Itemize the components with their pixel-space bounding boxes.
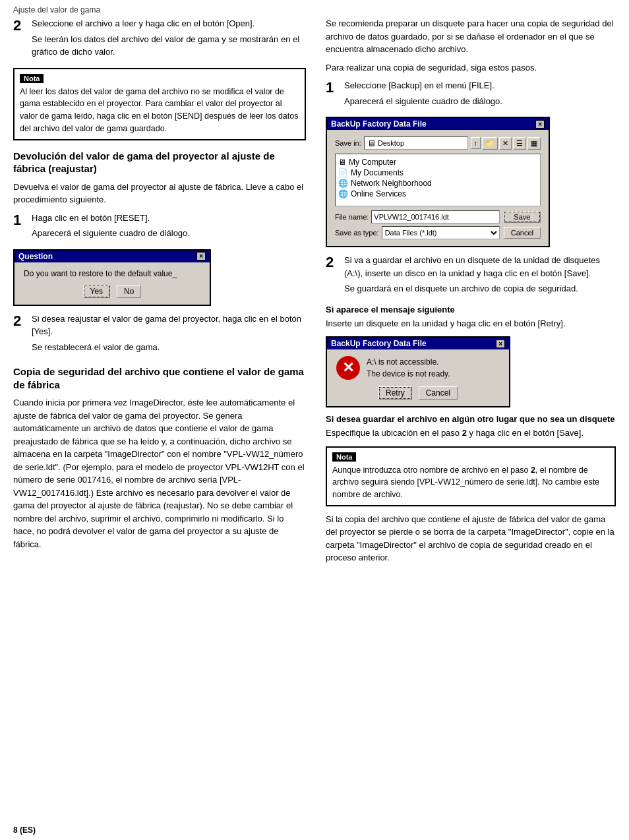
nota-box-1: Nota Al leer los datos del valor de gama… xyxy=(13,68,306,140)
step-reset-content-1: Haga clic en el botón [RESET]. Aparecerá… xyxy=(32,212,306,243)
backup-dialog-body: Save in: 🖥 Desktop ↑ 📁 ✕ ☰ ▦ xyxy=(327,130,549,246)
backup-dialog-title: BackUp Factory Data File xyxy=(331,119,427,129)
step-open-file: 2 Seleccione el archivo a leer y haga cl… xyxy=(13,17,306,61)
list-item-documents: 📄 My Documents xyxy=(338,167,537,178)
nota1-text: Al leer los datos del valor de gama del … xyxy=(20,86,299,135)
step-open-content: Seleccione el archivo a leer y haga clic… xyxy=(32,17,306,61)
error-line2: The device is not ready. xyxy=(367,368,450,380)
step-right-1: 1 Seleccione [Backup] en el menú [FILE].… xyxy=(326,79,616,110)
page-footer: 8 (ES) xyxy=(0,820,629,840)
step-reset-2: 2 Si desea reajustar el valor de gama de… xyxy=(13,313,306,357)
filename-label: File name: xyxy=(335,213,369,221)
step-right-number-1: 1 xyxy=(326,79,339,110)
error-dialog-close[interactable]: × xyxy=(496,340,505,348)
step-reset-number-2: 2 xyxy=(13,313,26,357)
error-intro: Inserte un disquete en la unidad y haga … xyxy=(326,317,616,330)
backup-dialog-close[interactable]: × xyxy=(535,120,545,129)
filetype-label: Save as type: xyxy=(335,229,379,237)
documents-icon: 📄 xyxy=(338,168,348,177)
step2-line1: Seleccione el archivo a leer y haga clic… xyxy=(32,17,306,30)
tb-new-btn[interactable]: 📁 xyxy=(482,137,498,150)
error-icon: ✕ xyxy=(336,356,360,380)
question-titlebar: Question × xyxy=(15,251,210,262)
network-icon: 🌐 xyxy=(338,179,348,188)
step-right-2: 2 Si va a guardar el archivo en un disqu… xyxy=(326,254,616,298)
error-buttons: Retry Cancel xyxy=(327,386,509,406)
step-right-content-1: Seleccione [Backup] en el menú [FILE]. A… xyxy=(344,79,616,110)
page: Ajuste del valor de gama 2 Seleccione el… xyxy=(0,0,629,840)
list-item-computer: 🖥 My Computer xyxy=(338,157,537,167)
error-dialog-title: BackUp Factory Data File xyxy=(331,339,427,348)
final-text: Si la copia del archivo que contiene el … xyxy=(326,513,616,564)
nota2-text: Aunque introduzca otro nombre de archivo… xyxy=(332,464,609,501)
main-content: 2 Seleccione el archivo a leer y haga cl… xyxy=(0,17,629,820)
step-reset-1-line2: Aparecerá el siguiente cuadro de diálogo… xyxy=(32,227,306,240)
error-dialog-titlebar: BackUp Factory Data File × xyxy=(327,338,509,349)
step-reset-2-line2: Se restablecerá el valor de gama. xyxy=(32,341,306,354)
savein-label: Save in: xyxy=(335,139,361,147)
step-reset-1: 1 Haga clic en el botón [RESET]. Aparece… xyxy=(13,212,306,243)
right-intro-2: Para realizar una copia de seguridad, si… xyxy=(326,61,616,75)
yes-button[interactable]: Yes xyxy=(83,285,111,298)
step-number-2: 2 xyxy=(13,17,26,61)
filename-row: File name: xyxy=(335,210,500,224)
cancel-button-backup[interactable]: Cancel xyxy=(504,227,541,239)
section-backup-intro: Cuando inicia por primera vez ImageDirec… xyxy=(13,396,306,551)
error-body: ✕ A:\ is not accessible. The device is n… xyxy=(327,349,509,386)
filetype-row: Save as type: Data Files (*.ldt) xyxy=(335,226,500,239)
page-number: 8 (ES) xyxy=(13,825,36,835)
error-dialog: BackUp Factory Data File × ✕ A:\ is not … xyxy=(326,336,510,407)
backup-dialog-titlebar: BackUp Factory Data File × xyxy=(327,118,549,130)
tb-detail-btn[interactable]: ▦ xyxy=(527,137,541,150)
subheading-error: Si aparece el mensaje siguiente xyxy=(326,305,616,315)
question-body: Do you want to restore to the default va… xyxy=(15,262,210,305)
error-message: A:\ is not accessible. The device is not… xyxy=(367,356,450,380)
savein-row: Save in: 🖥 Desktop ↑ 📁 ✕ ☰ ▦ xyxy=(335,136,541,150)
retry-button[interactable]: Retry xyxy=(378,386,412,400)
tb-up-btn[interactable]: ↑ xyxy=(471,137,481,149)
step-reset-1-line1: Haga clic en el botón [RESET]. xyxy=(32,212,306,225)
step-right-2-text: Si va a guardar el archivo en un disquet… xyxy=(344,254,616,280)
step2-line2: Se leerán los datos del archivo del valo… xyxy=(32,33,306,59)
online-icon: 🌐 xyxy=(338,189,348,198)
filetype-select[interactable]: Data Files (*.ldt) xyxy=(382,226,500,239)
other-text: Especifique la ubicación en el paso 2 y … xyxy=(326,427,616,440)
backup-dialog: BackUp Factory Data File × Save in: 🖥 De… xyxy=(326,117,550,247)
question-title-text: Question xyxy=(18,252,53,261)
step-right-2-text2: Se guardará en el disquete un archivo de… xyxy=(344,282,616,295)
list-item-online: 🌐 Online Services xyxy=(338,189,537,199)
section-backup-title: Copia de seguridad del archivo que conti… xyxy=(13,365,306,391)
cancel-button-error[interactable]: Cancel xyxy=(419,386,458,400)
filename-input[interactable] xyxy=(371,210,499,224)
error-line1: A:\ is not accessible. xyxy=(367,356,450,368)
nota-label-2: Nota xyxy=(332,452,356,462)
step-reset-number-1: 1 xyxy=(13,212,26,243)
question-text: Do you want to restore to the default va… xyxy=(24,269,200,278)
no-button[interactable]: No xyxy=(117,285,141,298)
step-reset-content-2: Si desea reajustar el valor de gama del … xyxy=(32,313,306,357)
step-right-1-line1: Seleccione [Backup] en el menú [FILE]. xyxy=(344,79,616,92)
nota-box-2: Nota Aunque introduzca otro nombre de ar… xyxy=(326,446,616,506)
right-column: Se recomienda preparar un disquete para … xyxy=(326,17,616,807)
tb-list-btn[interactable]: ☰ xyxy=(513,137,526,150)
question-close-btn[interactable]: × xyxy=(196,252,206,260)
list-item-network: 🌐 Network Neighborhood xyxy=(338,178,537,189)
header-text: Ajuste del valor de gama xyxy=(13,5,100,15)
savein-value[interactable]: 🖥 Desktop xyxy=(364,136,468,150)
tb-del-btn[interactable]: ✕ xyxy=(499,137,512,150)
section-reset-intro: Devuelva el valor de gama del proyector … xyxy=(13,181,306,206)
section-reset-title: Devolución del valor de gama del proyect… xyxy=(13,150,306,175)
dialog-toolbar: ↑ 📁 ✕ ☰ ▦ xyxy=(471,137,541,150)
nota-label-1: Nota xyxy=(20,74,44,83)
step-right-content-2: Si va a guardar el archivo en un disquet… xyxy=(344,254,616,298)
left-column: 2 Seleccione el archivo a leer y haga cl… xyxy=(13,17,306,807)
step-reset-2-line1: Si desea reajustar el valor de gama del … xyxy=(32,313,306,338)
question-dialog: Question × Do you want to restore to the… xyxy=(13,249,211,306)
save-button[interactable]: Save xyxy=(504,211,541,223)
filename-grid: File name: Save Save as type: Data Files… xyxy=(335,210,541,239)
page-header: Ajuste del valor de gama xyxy=(0,0,629,17)
step-right-number-2: 2 xyxy=(326,254,339,298)
file-list-area: 🖥 My Computer 📄 My Documents 🌐 Network N… xyxy=(335,154,541,206)
question-buttons: Yes No xyxy=(24,285,200,298)
subheading-other: Si desea guardar el archivo en algún otr… xyxy=(326,414,616,424)
